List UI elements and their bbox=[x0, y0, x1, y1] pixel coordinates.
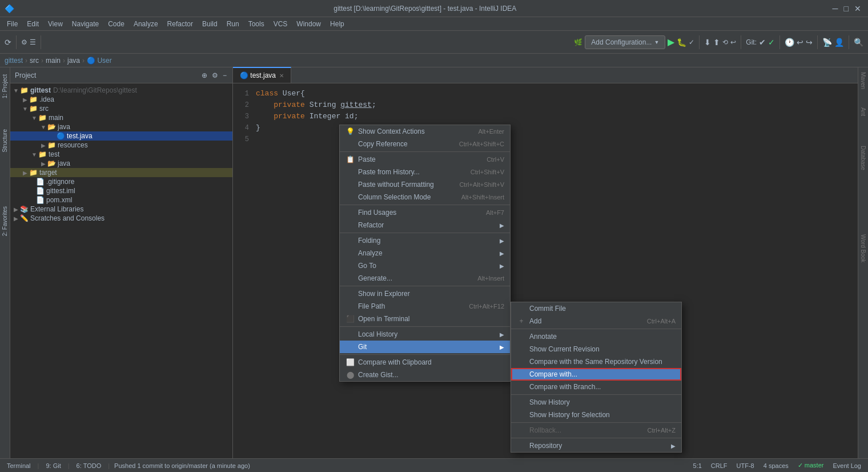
menu-window[interactable]: Window bbox=[292, 19, 326, 29]
toolbar-vcs-update-icon[interactable]: ⬇ bbox=[704, 38, 711, 47]
line-separator[interactable]: CRLF bbox=[709, 462, 730, 469]
project-gear-icon[interactable]: ⚙ bbox=[211, 70, 219, 81]
toolbar-undo-icon[interactable]: ↩ bbox=[797, 38, 803, 47]
ctx-copy-reference[interactable]: Copy Reference Ctrl+Alt+Shift+C bbox=[340, 138, 510, 150]
maximize-button[interactable]: □ bbox=[844, 4, 849, 13]
git-compare-with[interactable]: Compare with... bbox=[511, 368, 681, 381]
ctx-column-selection[interactable]: Column Selection Mode Alt+Shift+Insert bbox=[340, 191, 510, 203]
breadcrumb-src[interactable]: src bbox=[30, 57, 39, 65]
tree-item-idea[interactable]: ▶ 📁 .idea bbox=[10, 95, 232, 104]
toolbar-vcs-commit-icon[interactable]: ⬆ bbox=[713, 38, 720, 47]
ctx-generate[interactable]: Generate... Alt+Insert bbox=[340, 272, 510, 285]
ctx-refactor[interactable]: Refactor ▶ bbox=[340, 219, 510, 231]
toolbar-vcs-history-icon[interactable]: ⟲ bbox=[722, 38, 728, 46]
tree-item-test-java[interactable]: 🔵 test.java bbox=[10, 131, 232, 141]
favorites-panel-tab[interactable]: 2: Favorites bbox=[1, 204, 9, 238]
database-panel-tab[interactable]: Database bbox=[859, 143, 867, 173]
project-sync-icon[interactable]: ⊕ bbox=[200, 70, 208, 81]
minimize-button[interactable]: ─ bbox=[833, 4, 838, 13]
toolbar-remote-icon[interactable]: 📡 bbox=[822, 38, 832, 47]
ant-panel-tab[interactable]: Ant bbox=[859, 105, 867, 118]
tree-item-main[interactable]: ▼ 📁 main bbox=[10, 113, 232, 122]
terminal-button[interactable]: Terminal bbox=[5, 462, 33, 469]
menu-vcs[interactable]: VCS bbox=[269, 19, 292, 29]
project-minimize-icon[interactable]: − bbox=[222, 70, 228, 81]
toolbar-debug-icon[interactable]: 🐛 bbox=[677, 38, 686, 47]
toolbar-play-icon[interactable]: ▶ bbox=[668, 37, 674, 47]
git-show-current-revision[interactable]: Show Current Revision bbox=[511, 343, 681, 355]
menu-build[interactable]: Build bbox=[198, 19, 222, 29]
project-panel-tab[interactable]: 1: Project bbox=[1, 72, 9, 101]
ctx-find-usages[interactable]: Find Usages Alt+F7 bbox=[340, 206, 510, 219]
tree-item-resources[interactable]: ▶ 📁 resources bbox=[10, 141, 232, 150]
event-log-button[interactable]: Event Log bbox=[830, 462, 863, 469]
ctx-paste-without-formatting[interactable]: Paste without Formatting Ctrl+Alt+Shift+… bbox=[340, 178, 510, 191]
tree-item-test-java-folder[interactable]: ▶ 📂 java bbox=[10, 159, 232, 168]
menu-help[interactable]: Help bbox=[326, 19, 349, 29]
ctx-analyze[interactable]: Analyze ▶ bbox=[340, 247, 510, 259]
ctx-folding[interactable]: Folding ▶ bbox=[340, 234, 510, 247]
git-panel-button[interactable]: 9: Git bbox=[43, 462, 63, 469]
tree-item-test[interactable]: ▼ 📁 test bbox=[10, 150, 232, 159]
branch-indicator[interactable]: ✓ master bbox=[795, 462, 826, 469]
tree-item-scratches[interactable]: ▶ ✏️ Scratches and Consoles bbox=[10, 214, 232, 223]
tree-item-gitignore[interactable]: 📄 .gitignore bbox=[10, 177, 232, 186]
ctx-local-history[interactable]: Local History ▶ bbox=[340, 328, 510, 341]
git-add[interactable]: + Add Ctrl+Alt+A bbox=[511, 315, 681, 327]
tree-item-target[interactable]: ▶ 📁 target bbox=[10, 168, 232, 177]
git-repository[interactable]: Repository ▶ bbox=[511, 439, 681, 452]
ctx-create-gist[interactable]: ⬤ Create Gist... bbox=[340, 369, 510, 381]
toolbar-coverage-icon[interactable]: ✓ bbox=[689, 38, 694, 46]
git-compare-same-repo[interactable]: Compare with the Same Repository Version bbox=[511, 355, 681, 368]
ctx-show-context-actions[interactable]: 💡 Show Context Actions Alt+Enter bbox=[340, 125, 510, 138]
wordbook-panel-tab[interactable]: Word Book bbox=[859, 232, 867, 265]
toolbar-icon-3[interactable]: ☰ bbox=[30, 38, 36, 46]
indent-setting[interactable]: 4 spaces bbox=[761, 462, 791, 469]
toolbar-user-icon[interactable]: 👤 bbox=[834, 38, 844, 47]
ctx-open-in-terminal[interactable]: ⬛ Open in Terminal bbox=[340, 313, 510, 325]
git-show-history-selection[interactable]: Show History for Selection bbox=[511, 409, 681, 421]
git-annotate[interactable]: Annotate bbox=[511, 330, 681, 343]
breadcrumb-user[interactable]: 🔵 User bbox=[87, 57, 112, 65]
menu-code[interactable]: Code bbox=[103, 19, 129, 29]
tree-item-gittest[interactable]: ▼ 📁 gittest D:\learning\GitRepos\gittest bbox=[10, 86, 232, 95]
add-configuration-button[interactable]: Add Configuration... ▼ bbox=[585, 35, 665, 49]
toolbar-search-icon[interactable]: 🔍 bbox=[854, 38, 863, 47]
menu-navigate[interactable]: Navigate bbox=[67, 19, 103, 29]
toolbar-clock-icon[interactable]: 🕐 bbox=[785, 38, 794, 47]
editor-tab-test-java[interactable]: 🔵 test.java ✕ bbox=[233, 67, 291, 83]
breadcrumb-main[interactable]: main bbox=[46, 57, 61, 65]
menu-analyze[interactable]: Analyze bbox=[129, 19, 163, 29]
ctx-git[interactable]: Git ▶ bbox=[340, 341, 510, 353]
git-compare-with-branch[interactable]: Compare with Branch... bbox=[511, 381, 681, 393]
toolbar-vcs-rollback-icon[interactable]: ↩ bbox=[730, 38, 736, 46]
git-commit-file[interactable]: Commit File bbox=[511, 302, 681, 315]
ctx-show-in-explorer[interactable]: Show in Explorer bbox=[340, 287, 510, 300]
structure-panel-tab[interactable]: Structure bbox=[1, 127, 9, 155]
toolbar-check-icon[interactable]: ✓ bbox=[768, 38, 775, 47]
ctx-goto[interactable]: Go To ▶ bbox=[340, 259, 510, 272]
toolbar-icon-1[interactable]: ⟳ bbox=[5, 38, 11, 47]
tree-item-pom[interactable]: 📄 pom.xml bbox=[10, 195, 232, 205]
todo-panel-button[interactable]: 6: TODO bbox=[74, 462, 104, 469]
menu-tools[interactable]: Tools bbox=[244, 19, 269, 29]
ctx-compare-clipboard[interactable]: ⬜ Compare with Clipboard bbox=[340, 356, 510, 369]
ctx-paste[interactable]: 📋 Paste Ctrl+V bbox=[340, 153, 510, 166]
ctx-paste-from-history[interactable]: Paste from History... Ctrl+Shift+V bbox=[340, 166, 510, 178]
menu-file[interactable]: File bbox=[2, 19, 22, 29]
encoding[interactable]: UTF-8 bbox=[734, 462, 757, 469]
menu-view[interactable]: View bbox=[43, 19, 67, 29]
breadcrumb-gittest[interactable]: gittest bbox=[5, 57, 23, 65]
breadcrumb-java[interactable]: java bbox=[67, 57, 80, 65]
tree-item-iml[interactable]: 📄 gittest.iml bbox=[10, 186, 232, 195]
cursor-position[interactable]: 5:1 bbox=[691, 462, 704, 469]
menu-refactor[interactable]: Refactor bbox=[163, 19, 198, 29]
tree-item-ext-libs[interactable]: ▶ 📚 External Libraries bbox=[10, 205, 232, 214]
toolbar-icon-2[interactable]: ⚙ bbox=[21, 38, 27, 46]
close-button[interactable]: ✕ bbox=[854, 4, 861, 13]
git-show-history[interactable]: Show History bbox=[511, 396, 681, 409]
toolbar-redo-icon[interactable]: ↪ bbox=[806, 38, 813, 47]
ctx-file-path[interactable]: File Path Ctrl+Alt+F12 bbox=[340, 300, 510, 313]
tree-item-java[interactable]: ▼ 📂 java bbox=[10, 122, 232, 131]
tab-close-icon[interactable]: ✕ bbox=[279, 73, 284, 79]
